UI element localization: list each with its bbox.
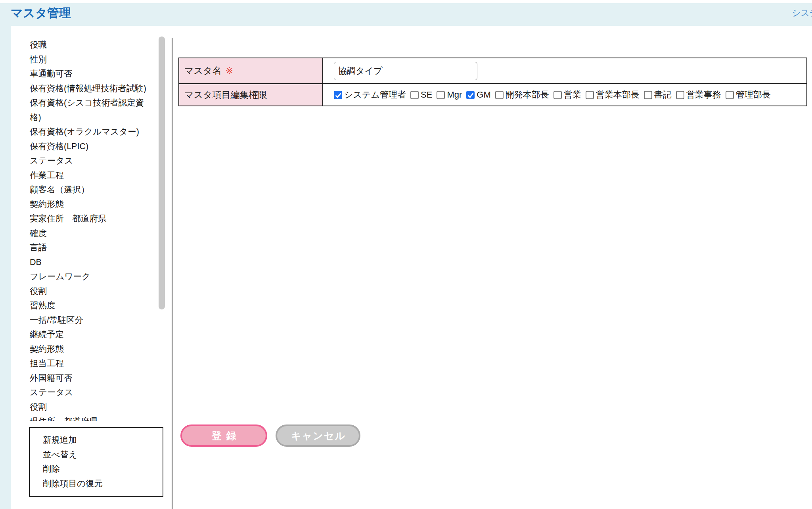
sidebar-item[interactable]: 性別 [11,52,153,67]
sidebar-item[interactable]: 継続予定 [11,327,153,342]
header [0,3,812,26]
sidebar-item[interactable]: 担当工程 [11,356,153,371]
permission-label-cell: マスタ項目編集権限 [179,84,323,106]
checkbox-unchecked-icon[interactable] [495,91,504,99]
permission-option[interactable]: 営業本部長 [586,89,640,101]
sidebar-menu-item[interactable]: 並べ替え [30,448,163,462]
sidebar-item[interactable]: 保有資格(シスコ技術者認定資格) [11,96,153,125]
permissions-group: システム管理者SEMgrGM開発本部長営業営業本部長書記営業事務管理部長 [323,84,806,106]
sidebar-item[interactable]: ステータス [11,154,153,168]
sidebar-item[interactable]: DB [11,255,153,270]
sidebar-menu-item[interactable]: 新規追加 [30,433,163,448]
checkbox-checked-icon[interactable] [466,91,475,99]
sidebar-item[interactable]: 役割 [11,284,153,299]
cancel-button[interactable]: キャンセル [276,424,360,447]
header-user-link[interactable]: システ [792,7,812,19]
permission-option[interactable]: Mgr [437,90,462,100]
page-title: マスタ管理 [11,5,71,21]
permission-option-label: Mgr [447,90,462,100]
master-name-label-cell: マスタ名 ※ [179,58,323,83]
sidebar-item[interactable]: 車通勤可否 [11,67,153,81]
sidebar-item[interactable]: 作業工程 [11,168,153,183]
sidebar-item[interactable]: 保有資格(オラクルマスター) [11,125,153,139]
permission-option-label: 営業 [564,89,581,101]
checkbox-unchecked-icon[interactable] [586,91,594,99]
permission-option-label: 管理部長 [736,89,771,101]
permission-option[interactable]: 書記 [644,89,672,101]
required-mark: ※ [226,65,233,76]
sidebar-menu-item[interactable]: 削除 [30,462,163,476]
master-name-label: マスタ名 [184,65,222,77]
sidebar-scrollbar-thumb[interactable] [159,36,165,309]
permission-option-label: 開発本部長 [506,89,549,101]
sidebar-item[interactable]: 一括/常駐区分 [11,313,153,328]
checkbox-checked-icon[interactable] [334,91,342,99]
master-name-value-cell [323,58,806,83]
left-margin-strip [0,26,11,509]
master-name-row: マスタ名 ※ [179,58,806,84]
sidebar-item[interactable]: 現住所 都道府県 [11,414,153,421]
permission-option-label: GM [477,90,490,100]
sidebar-item[interactable]: 契約形態 [11,197,153,212]
checkbox-unchecked-icon[interactable] [410,91,419,99]
permission-option-label: SE [421,90,432,100]
master-management-page: マスタ管理 システ 役職性別車通勤可否保有資格(情報処理技術者試験)保有資格(シ… [0,0,812,509]
permission-option[interactable]: 開発本部長 [495,89,549,101]
sidebar-item[interactable]: 契約形態 [11,342,153,357]
permission-option[interactable]: SE [410,90,432,100]
sidebar-item[interactable]: フレームワーク [11,269,153,284]
permission-option-label: 営業本部長 [596,89,640,101]
sidebar-item[interactable]: 保有資格(情報処理技術者試験) [11,81,153,96]
sidebar-item[interactable]: 役職 [11,38,153,52]
sidebar-menu-item[interactable]: 削除項目の復元 [30,476,163,491]
permission-option-label: システム管理者 [344,89,406,101]
sidebar-item[interactable]: 確度 [11,226,153,241]
permission-option[interactable]: システム管理者 [334,89,406,101]
sidebar-item[interactable]: ステータス [11,385,153,400]
permission-label: マスタ項目編集権限 [184,89,267,101]
master-list: 役職性別車通勤可否保有資格(情報処理技術者試験)保有資格(シスコ技術者認定資格)… [11,38,156,421]
master-edit-form: マスタ名 ※ マスタ項目編集権限 システム管理者SEMgrGM開発本部長営業営業… [178,58,807,106]
sidebar-item[interactable]: 保有資格(LPIC) [11,139,153,154]
permission-option-label: 書記 [654,89,672,101]
vertical-divider [172,38,172,509]
register-button[interactable]: 登録 [180,424,267,447]
checkbox-unchecked-icon[interactable] [644,91,652,99]
checkbox-unchecked-icon[interactable] [726,91,734,99]
sidebar-item[interactable]: 顧客名（選択） [11,182,153,197]
master-name-input[interactable] [334,62,477,80]
sidebar-item[interactable]: 役割 [11,400,153,415]
permission-option[interactable]: GM [466,90,490,100]
sidebar-item[interactable]: 言語 [11,240,153,255]
sidebar-item[interactable]: 実家住所 都道府県 [11,211,153,226]
checkbox-unchecked-icon[interactable] [676,91,684,99]
checkbox-unchecked-icon[interactable] [437,91,445,99]
sidebar-action-menu: 新規追加並べ替え削除削除項目の復元 [29,427,163,497]
permission-option[interactable]: 営業 [553,89,581,101]
permission-option-label: 営業事務 [686,89,721,101]
permission-option[interactable]: 管理部長 [726,89,771,101]
permission-option[interactable]: 営業事務 [676,89,721,101]
sidebar-item[interactable]: 習熟度 [11,298,153,313]
permission-row: マスタ項目編集権限 システム管理者SEMgrGM開発本部長営業営業本部長書記営業… [179,84,806,106]
sidebar-item[interactable]: 外国籍可否 [11,371,153,386]
checkbox-unchecked-icon[interactable] [553,91,562,99]
